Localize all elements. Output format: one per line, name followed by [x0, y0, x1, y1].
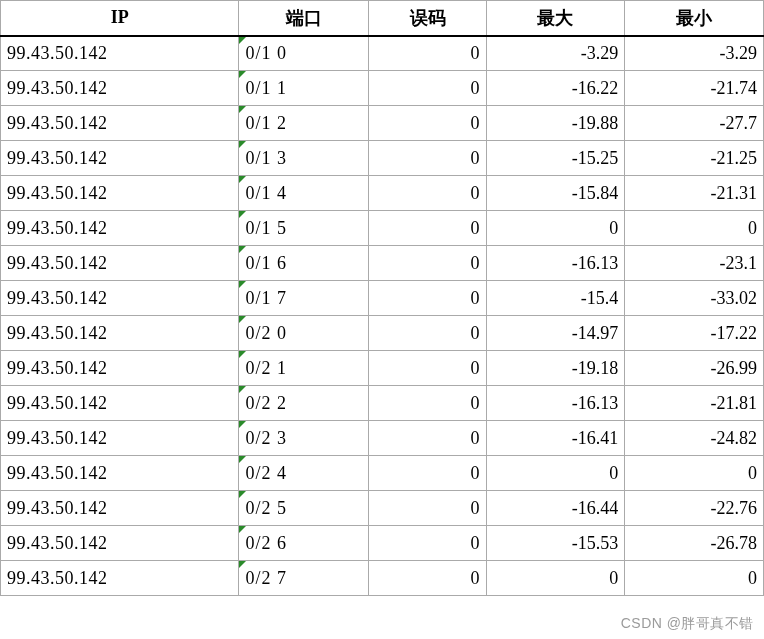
cell-min[interactable]: 0	[625, 561, 764, 596]
cell-port[interactable]: 0/1 0	[239, 36, 369, 71]
cell-port[interactable]: 0/2 1	[239, 351, 369, 386]
cell-port[interactable]: 0/1 6	[239, 246, 369, 281]
table-row[interactable]: 99.43.50.1420/2 00-14.97-17.22	[1, 316, 764, 351]
cell-max[interactable]: -19.18	[486, 351, 625, 386]
cell-max[interactable]: 0	[486, 211, 625, 246]
cell-err[interactable]: 0	[369, 491, 486, 526]
cell-min[interactable]: 0	[625, 456, 764, 491]
table-row[interactable]: 99.43.50.1420/1 20-19.88-27.7	[1, 106, 764, 141]
cell-min[interactable]: -27.7	[625, 106, 764, 141]
cell-ip[interactable]: 99.43.50.142	[1, 36, 239, 71]
cell-ip[interactable]: 99.43.50.142	[1, 386, 239, 421]
cell-err[interactable]: 0	[369, 316, 486, 351]
table-row[interactable]: 99.43.50.1420/2 7000	[1, 561, 764, 596]
cell-err[interactable]: 0	[369, 71, 486, 106]
cell-max[interactable]: -15.4	[486, 281, 625, 316]
cell-ip[interactable]: 99.43.50.142	[1, 71, 239, 106]
cell-err[interactable]: 0	[369, 561, 486, 596]
cell-max[interactable]: -19.88	[486, 106, 625, 141]
table-row[interactable]: 99.43.50.1420/2 4000	[1, 456, 764, 491]
cell-ip[interactable]: 99.43.50.142	[1, 246, 239, 281]
cell-port[interactable]: 0/1 3	[239, 141, 369, 176]
cell-ip[interactable]: 99.43.50.142	[1, 176, 239, 211]
cell-err[interactable]: 0	[369, 386, 486, 421]
cell-ip[interactable]: 99.43.50.142	[1, 491, 239, 526]
table-row[interactable]: 99.43.50.1420/1 5000	[1, 211, 764, 246]
table-row[interactable]: 99.43.50.1420/1 60-16.13-23.1	[1, 246, 764, 281]
table-row[interactable]: 99.43.50.1420/2 50-16.44-22.76	[1, 491, 764, 526]
cell-port[interactable]: 0/2 3	[239, 421, 369, 456]
cell-ip[interactable]: 99.43.50.142	[1, 351, 239, 386]
table-row[interactable]: 99.43.50.1420/2 20-16.13-21.81	[1, 386, 764, 421]
cell-min[interactable]: -3.29	[625, 36, 764, 71]
cell-max[interactable]: -16.13	[486, 386, 625, 421]
cell-min[interactable]: -26.99	[625, 351, 764, 386]
cell-min[interactable]: 0	[625, 211, 764, 246]
cell-err[interactable]: 0	[369, 176, 486, 211]
cell-err[interactable]: 0	[369, 141, 486, 176]
cell-max[interactable]: -16.41	[486, 421, 625, 456]
cell-err[interactable]: 0	[369, 421, 486, 456]
cell-min[interactable]: -24.82	[625, 421, 764, 456]
cell-ip[interactable]: 99.43.50.142	[1, 526, 239, 561]
cell-min[interactable]: -26.78	[625, 526, 764, 561]
header-port[interactable]: 端口	[239, 1, 369, 36]
table-row[interactable]: 99.43.50.1420/1 70-15.4-33.02	[1, 281, 764, 316]
cell-err[interactable]: 0	[369, 456, 486, 491]
cell-err[interactable]: 0	[369, 211, 486, 246]
cell-max[interactable]: -3.29	[486, 36, 625, 71]
cell-max[interactable]: -16.13	[486, 246, 625, 281]
cell-ip[interactable]: 99.43.50.142	[1, 106, 239, 141]
cell-ip[interactable]: 99.43.50.142	[1, 421, 239, 456]
table-row[interactable]: 99.43.50.1420/2 10-19.18-26.99	[1, 351, 764, 386]
cell-max[interactable]: -15.25	[486, 141, 625, 176]
cell-max[interactable]: 0	[486, 561, 625, 596]
cell-min[interactable]: -21.31	[625, 176, 764, 211]
cell-max[interactable]: -15.84	[486, 176, 625, 211]
cell-port[interactable]: 0/1 1	[239, 71, 369, 106]
cell-max[interactable]: -16.22	[486, 71, 625, 106]
cell-port[interactable]: 0/1 7	[239, 281, 369, 316]
cell-ip[interactable]: 99.43.50.142	[1, 141, 239, 176]
cell-err[interactable]: 0	[369, 246, 486, 281]
cell-min[interactable]: -21.81	[625, 386, 764, 421]
cell-port[interactable]: 0/2 7	[239, 561, 369, 596]
cell-err[interactable]: 0	[369, 281, 486, 316]
cell-min[interactable]: -21.74	[625, 71, 764, 106]
table-row[interactable]: 99.43.50.1420/1 00-3.29-3.29	[1, 36, 764, 71]
cell-max[interactable]: -15.53	[486, 526, 625, 561]
cell-ip[interactable]: 99.43.50.142	[1, 456, 239, 491]
cell-ip[interactable]: 99.43.50.142	[1, 281, 239, 316]
cell-min[interactable]: -21.25	[625, 141, 764, 176]
cell-err[interactable]: 0	[369, 106, 486, 141]
cell-port[interactable]: 0/2 0	[239, 316, 369, 351]
table-row[interactable]: 99.43.50.1420/1 30-15.25-21.25	[1, 141, 764, 176]
table-row[interactable]: 99.43.50.1420/2 30-16.41-24.82	[1, 421, 764, 456]
cell-ip[interactable]: 99.43.50.142	[1, 316, 239, 351]
cell-max[interactable]: 0	[486, 456, 625, 491]
cell-port[interactable]: 0/2 4	[239, 456, 369, 491]
cell-err[interactable]: 0	[369, 351, 486, 386]
cell-max[interactable]: -16.44	[486, 491, 625, 526]
cell-err[interactable]: 0	[369, 36, 486, 71]
cell-port[interactable]: 0/2 5	[239, 491, 369, 526]
cell-port[interactable]: 0/1 5	[239, 211, 369, 246]
table-row[interactable]: 99.43.50.1420/1 40-15.84-21.31	[1, 176, 764, 211]
cell-min[interactable]: -23.1	[625, 246, 764, 281]
cell-ip[interactable]: 99.43.50.142	[1, 211, 239, 246]
header-err[interactable]: 误码	[369, 1, 486, 36]
cell-port[interactable]: 0/1 2	[239, 106, 369, 141]
cell-max[interactable]: -14.97	[486, 316, 625, 351]
header-max[interactable]: 最大	[486, 1, 625, 36]
cell-min[interactable]: -33.02	[625, 281, 764, 316]
header-ip[interactable]: IP	[1, 1, 239, 36]
cell-port[interactable]: 0/1 4	[239, 176, 369, 211]
cell-min[interactable]: -17.22	[625, 316, 764, 351]
cell-err[interactable]: 0	[369, 526, 486, 561]
cell-port[interactable]: 0/2 6	[239, 526, 369, 561]
table-row[interactable]: 99.43.50.1420/1 10-16.22-21.74	[1, 71, 764, 106]
cell-port[interactable]: 0/2 2	[239, 386, 369, 421]
table-row[interactable]: 99.43.50.1420/2 60-15.53-26.78	[1, 526, 764, 561]
cell-min[interactable]: -22.76	[625, 491, 764, 526]
header-min[interactable]: 最小	[625, 1, 764, 36]
